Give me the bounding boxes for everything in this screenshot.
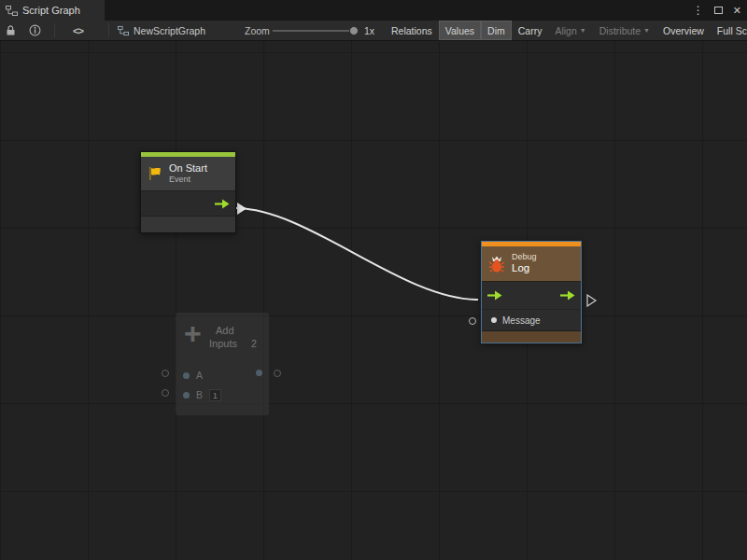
chevron-down-icon: ▼ (643, 27, 650, 34)
inputs-count[interactable]: 2 (251, 338, 257, 349)
graph-name: NewScriptGraph (134, 25, 205, 36)
on-start-footer (141, 217, 235, 232)
unconnected-port-ring[interactable] (162, 389, 169, 397)
graph-canvas[interactable]: On Start Event (0, 41, 747, 560)
zoom-value: 1x (364, 21, 374, 40)
control-output-port[interactable] (560, 290, 575, 301)
value-input-port-a[interactable] (183, 372, 190, 379)
overview-button[interactable]: Overview (656, 21, 711, 40)
port-row-b: B 1 (176, 386, 221, 403)
plus-icon: + (184, 315, 202, 354)
close-icon[interactable]: ✕ (733, 6, 741, 16)
inputs-label: Inputs (209, 338, 237, 349)
node-on-start[interactable]: On Start Event (140, 151, 236, 233)
node-category: Debug (512, 252, 537, 262)
values-button[interactable]: Values (439, 21, 481, 40)
debug-log-titles: Debug Log (512, 252, 537, 275)
on-start-header[interactable]: On Start Event (141, 157, 235, 191)
tab-script-graph[interactable]: Script Graph (0, 0, 105, 21)
unconnected-port-ring[interactable] (162, 370, 169, 377)
on-start-titles: On Start Event (169, 162, 207, 185)
debug-log-header[interactable]: Debug Log (482, 246, 581, 282)
node-add-dimmed[interactable]: + Add Inputs 2 A B 1 (176, 313, 269, 415)
port-b-label: B (196, 389, 203, 400)
lock-button[interactable] (6, 21, 16, 40)
carry-button[interactable]: Carry (512, 21, 549, 40)
zoom-slider-track[interactable] (273, 30, 359, 32)
graph-toolbar: <> NewScriptGraph Zoom 1x Relations Valu… (0, 21, 747, 41)
lock-icon (6, 24, 16, 36)
toolbar-separator (54, 23, 55, 37)
code-icon: <> (73, 25, 83, 36)
info-button[interactable] (29, 21, 41, 40)
toolbar-separator (108, 23, 109, 37)
flag-icon (147, 165, 163, 182)
tab-title: Script Graph (22, 5, 80, 16)
node-title: Add (216, 325, 234, 336)
node-title: On Start (169, 162, 207, 175)
graph-tab-icon (6, 5, 18, 17)
value-output-port[interactable] (256, 370, 262, 376)
align-dropdown: Align ▼ (548, 21, 592, 40)
control-input-port[interactable] (487, 290, 502, 301)
value-input-port-b[interactable] (183, 392, 190, 399)
node-title: Log (512, 262, 537, 275)
port-row-a: A (176, 367, 203, 384)
connection-wire[interactable] (235, 208, 478, 300)
window-controls: ⋮ ✕ (693, 0, 741, 21)
message-port-row: Message (482, 309, 581, 330)
relations-button[interactable]: Relations (385, 21, 439, 40)
node-subtitle: Event (169, 175, 207, 185)
title-bar: Script Graph ⋮ ✕ (0, 0, 747, 21)
message-port-label: Message (502, 315, 541, 326)
message-input-port[interactable] (491, 317, 497, 323)
debug-log-footer (482, 330, 581, 343)
zoom-label: Zoom (245, 21, 270, 40)
unconnected-port-ring[interactable] (469, 317, 476, 325)
debug-control-row (482, 282, 581, 309)
wire-start-arrowhead (237, 203, 247, 215)
chevron-down-icon: ▼ (580, 27, 586, 34)
wire-layer (0, 41, 747, 560)
unconnected-port-ring[interactable] (274, 370, 281, 377)
window-menu-icon[interactable]: ⋮ (693, 5, 704, 16)
toolbar-buttons: Relations Values Dim Carry Align ▼ Distr… (385, 21, 747, 40)
graph-asset-icon (118, 25, 129, 36)
info-icon (29, 24, 41, 36)
on-start-body (141, 191, 235, 217)
zoom-slider-knob[interactable] (349, 26, 359, 35)
control-output-port[interactable] (215, 199, 230, 209)
carry-output-triangle[interactable] (586, 294, 597, 307)
port-b-value-field[interactable]: 1 (209, 389, 221, 401)
port-a-label: A (196, 370, 203, 381)
bug-icon (487, 255, 506, 273)
script-graph-window: Script Graph ⋮ ✕ <> (0, 0, 747, 560)
zoom-slider[interactable] (273, 21, 359, 40)
node-debug-log[interactable]: Debug Log Message (481, 241, 582, 343)
maximize-icon[interactable] (714, 7, 723, 14)
code-view-button[interactable]: <> (73, 21, 83, 40)
dim-button[interactable]: Dim (481, 21, 512, 40)
fullscreen-button[interactable]: Full Screen (711, 21, 747, 40)
distribute-dropdown: Distribute ▼ (593, 21, 656, 40)
graph-asset-selector[interactable]: NewScriptGraph (118, 21, 205, 40)
